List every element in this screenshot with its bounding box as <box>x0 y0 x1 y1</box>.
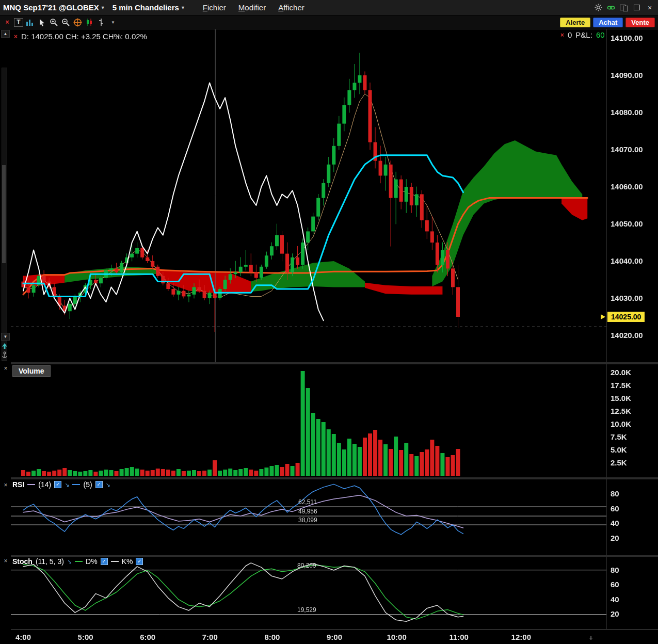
volume-header: Volume <box>12 365 51 377</box>
rsi14-checkbox[interactable]: ✓ <box>54 481 61 488</box>
scroll-down-button[interactable]: ▼ <box>1 333 10 341</box>
stoch-k-line-sample <box>111 561 119 562</box>
chart-left-gutter: ▲ ▼ × × × <box>0 29 11 644</box>
time-tick-label: 8:00 <box>264 633 280 641</box>
timeframe-label: 5 min Chandeliers <box>113 3 179 12</box>
stoch-d-label: D% <box>86 557 98 566</box>
windows-icon[interactable] <box>620 4 628 12</box>
scrollbar-thumb[interactable] <box>2 165 6 263</box>
price-tick-label: 14070.00 <box>611 145 643 154</box>
price-tick-label: 14050.00 <box>611 219 643 228</box>
rsi14-param-label: (14) <box>38 480 51 489</box>
stoch-title: Stoch <box>12 557 33 566</box>
time-tick-label: 4:00 <box>15 633 31 641</box>
rsi14-line-sample <box>27 484 35 485</box>
gear-icon[interactable] <box>594 4 602 12</box>
stoch-tick-label: 80 <box>611 566 619 574</box>
buy-button[interactable]: Achat <box>593 18 623 27</box>
pointer-up-icon[interactable] <box>1 342 9 350</box>
rsi-tick-label: 40 <box>611 519 619 527</box>
stoch-k-label: K% <box>122 557 133 566</box>
close-rsi-panel-icon[interactable]: × <box>2 481 9 489</box>
time-tick-label: 11:00 <box>449 633 469 641</box>
close-icon[interactable]: × <box>14 33 18 40</box>
time-tick-label: 10:00 <box>387 633 406 641</box>
candles-style-icon[interactable] <box>84 18 94 27</box>
volume-tick-label: 15.0K <box>611 394 631 403</box>
volume-tick-label: 20.0K <box>611 368 631 377</box>
rsi5-checkbox[interactable]: ✓ <box>95 481 103 488</box>
price-chart-canvas[interactable] <box>11 29 606 629</box>
time-tick-label: 9:00 <box>327 633 342 641</box>
chart-type-icon[interactable] <box>25 18 35 27</box>
rsi5-param-label: (5) <box>83 480 92 489</box>
scroll-up-button[interactable]: ▲ <box>1 30 10 38</box>
time-axis-border <box>0 629 658 630</box>
volume-tick-label: 12.5K <box>611 407 631 415</box>
stoch-k-checkbox[interactable]: ✓ <box>136 558 143 565</box>
chevron-down-icon: ▼ <box>181 5 185 10</box>
time-tick-label: 7:00 <box>202 633 218 641</box>
stoch-d-line-sample <box>75 561 83 562</box>
last-price-tag: 14025.00 <box>607 312 645 322</box>
menu-modifier[interactable]: Modifier <box>238 3 266 12</box>
app-window: MNQ Sep17'21 @GLOBEX ▼ 5 min Chandeliers… <box>0 0 658 644</box>
price-tick-label: 14040.00 <box>611 256 643 265</box>
stoch-header: Stoch (11, 5, 3) ↘ D% ✓ K% ✓ <box>12 557 143 566</box>
price-tick-label: 14100.00 <box>611 34 643 42</box>
quote-line: × D: 14025.00 CH: +3.25 CH%: 0.02% <box>14 32 147 41</box>
rsi-tick-label: 80 <box>611 489 619 498</box>
menu-bar: MNQ Sep17'21 @GLOBEX ▼ 5 min Chandeliers… <box>0 0 658 15</box>
pointer-tool-icon[interactable] <box>37 18 47 27</box>
stoch-params-label: (11, 5, 3) <box>36 557 64 566</box>
crosshair-tool-icon[interactable] <box>72 18 83 27</box>
volume-tick-label: 17.5K <box>611 381 631 390</box>
vertical-scrollbar[interactable] <box>2 68 7 361</box>
close-stoch-panel-icon[interactable]: × <box>2 557 9 565</box>
rsi5-line-sample <box>72 484 80 485</box>
pl-readout: × 0 P&L: 60 <box>560 30 605 39</box>
pl-label: P&L: <box>575 30 592 39</box>
panel-separator[interactable] <box>0 555 658 557</box>
symbol-label: MNQ Sep17'21 @GLOBEX <box>3 3 99 12</box>
alert-button[interactable]: Alerte <box>560 18 590 27</box>
maximize-icon[interactable] <box>633 4 641 12</box>
text-tool-icon[interactable]: T <box>14 18 23 27</box>
time-tick-label: 5:00 <box>78 633 93 641</box>
close-chart-icon[interactable]: × <box>2 18 12 27</box>
price-tick-label: 14080.00 <box>611 108 643 117</box>
position-qty: 0 <box>568 30 572 39</box>
crosshair-plus-marker: + <box>589 634 593 642</box>
link-icon[interactable] <box>607 4 615 12</box>
volume-tick-label: 2.5K <box>611 458 627 467</box>
zoom-in-icon[interactable] <box>49 18 59 27</box>
time-tick-label: 6:00 <box>140 633 155 641</box>
panel-separator[interactable] <box>0 477 658 479</box>
zoom-out-icon[interactable] <box>60 18 71 27</box>
bars-style-icon[interactable] <box>96 18 106 27</box>
anchor-icon[interactable] <box>1 351 9 360</box>
close-icon[interactable]: × <box>560 31 564 39</box>
symbol-selector[interactable]: MNQ Sep17'21 @GLOBEX ▼ <box>3 3 105 12</box>
price-tick-label: 14020.00 <box>611 331 643 340</box>
volume-tick-label: 7.5K <box>611 432 627 441</box>
close-icon[interactable]: × <box>646 4 654 12</box>
study-arrow-icon[interactable]: ↘ <box>65 481 69 488</box>
price-tick-label: 14060.00 <box>611 182 643 191</box>
panel-separator[interactable] <box>0 362 658 364</box>
chevron-down-icon: ▼ <box>101 5 105 10</box>
price-tick-label: 14030.00 <box>611 294 643 302</box>
close-volume-panel-icon[interactable]: × <box>2 365 9 372</box>
price-axis-border <box>606 29 607 629</box>
chevron-down-icon[interactable]: ▼ <box>108 18 118 27</box>
timeframe-selector[interactable]: 5 min Chandeliers ▼ <box>113 3 185 12</box>
rsi-title: RSI <box>12 480 24 489</box>
study-arrow-icon[interactable]: ↘ <box>67 558 72 565</box>
sell-button[interactable]: Vente <box>625 18 655 27</box>
menu-afficher[interactable]: Afficher <box>278 3 304 12</box>
stoch-tick-label: 20 <box>611 609 619 618</box>
pl-value: 60 <box>596 30 605 39</box>
menu-fichier[interactable]: Fichier <box>203 3 226 12</box>
stoch-d-checkbox[interactable]: ✓ <box>101 558 108 565</box>
study-arrow-icon[interactable]: ↘ <box>106 481 110 488</box>
